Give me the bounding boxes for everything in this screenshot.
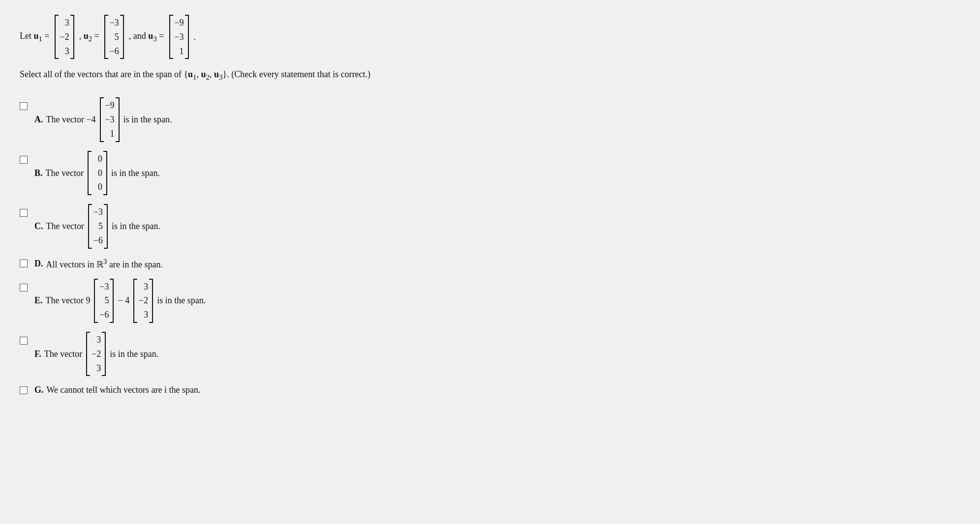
f-entry-1: 3 (91, 333, 101, 347)
u2-entry-3: −6 (109, 44, 119, 58)
option-e-content: E. The vector 9 −3 5 −6 − 4 3 −2 3 is in… (34, 279, 960, 323)
e1-entry-1: −3 (99, 280, 109, 294)
u3-matrix: −9 −3 1 (169, 15, 189, 59)
connector-u2: , u2 = (79, 31, 99, 43)
u1-matrix: 3 −2 3 (55, 15, 74, 59)
e2-entry-3: 3 (138, 308, 148, 322)
option-b-suffix: is in the span. (111, 168, 160, 178)
u3-entry-3: 1 (174, 44, 184, 58)
checkbox-c-col (20, 204, 34, 217)
option-f-row: F. The vector 3 −2 3 is in the span. (20, 332, 960, 376)
option-d-label: D. (34, 259, 43, 269)
u1-entry-1: 3 (60, 16, 69, 30)
option-e-suffix: is in the span. (157, 295, 206, 306)
option-a-row: A. The vector −4 −9 −3 1 is in the span. (20, 97, 960, 142)
option-c-prefix: The vector (46, 221, 84, 232)
u3-entry-1: −9 (174, 16, 184, 30)
u2-entry-2: 5 (109, 30, 119, 44)
a-entry-3: 1 (105, 127, 115, 141)
a-entry-1: −9 (105, 98, 115, 113)
option-c-content: C. The vector −3 5 −6 is in the span. (34, 204, 960, 248)
option-g-row: G. We cannot tell which vectors are i th… (20, 385, 960, 395)
a-entry-2: −3 (105, 113, 115, 127)
b-entry-3: 0 (92, 180, 102, 194)
option-f-vector: 3 −2 3 (86, 332, 106, 376)
option-c-vector: −3 5 −6 (88, 204, 108, 248)
option-g-content: G. We cannot tell which vectors are i th… (34, 385, 960, 395)
option-b-label: B. (34, 168, 43, 178)
u3-entry-2: −3 (174, 30, 184, 44)
option-f-suffix: is in the span. (110, 349, 158, 359)
option-b-prefix: The vector (46, 168, 84, 178)
option-a-suffix: is in the span. (123, 115, 172, 125)
u2-entry-1: −3 (109, 16, 119, 30)
option-b-content: B. The vector 0 0 0 is in the span. (34, 151, 960, 195)
option-a-content: A. The vector −4 −9 −3 1 is in the span. (34, 97, 960, 142)
option-c-label: C. (34, 221, 43, 232)
checkbox-b-col (20, 151, 34, 164)
option-g-label: G. (34, 385, 44, 395)
option-a-vector: −9 −3 1 (100, 97, 120, 142)
option-b-vector: 0 0 0 (88, 151, 107, 195)
option-f-content: F. The vector 3 −2 3 is in the span. (34, 332, 960, 376)
e2-entry-2: −2 (138, 293, 148, 308)
e1-entry-3: −6 (99, 308, 109, 322)
option-b-row: B. The vector 0 0 0 is in the span. (20, 151, 960, 195)
checkbox-b[interactable] (20, 156, 28, 164)
option-e-vector1: −3 5 −6 (94, 279, 114, 323)
checkbox-f[interactable] (20, 337, 28, 345)
option-c-suffix: is in the span. (112, 221, 160, 232)
checkbox-d[interactable] (20, 260, 28, 267)
checkbox-g[interactable] (20, 386, 28, 394)
option-e-label: E. (34, 295, 43, 306)
f-entry-2: −2 (91, 347, 101, 361)
checkbox-d-col (20, 260, 34, 267)
instruction-text: Select all of the vectors that are in th… (20, 68, 960, 83)
option-a-label: A. (34, 115, 43, 125)
checkbox-f-col (20, 332, 34, 345)
u1-entry-3: 3 (60, 44, 69, 58)
checkbox-e-col (20, 279, 34, 291)
connector-u3: , and u3 = (129, 31, 164, 43)
option-e-prefix: The vector 9 (46, 295, 91, 306)
option-g-text: We cannot tell which vectors are i the s… (47, 385, 201, 395)
checkbox-a-col (20, 97, 34, 110)
checkbox-g-col (20, 386, 34, 394)
option-a-prefix: The vector −4 (46, 115, 96, 125)
e1-entry-2: 5 (99, 293, 109, 308)
checkbox-e[interactable] (20, 284, 28, 291)
option-e-row: E. The vector 9 −3 5 −6 − 4 3 −2 3 is in… (20, 279, 960, 323)
option-e-mid: − 4 (118, 295, 129, 306)
option-c-row: C. The vector −3 5 −6 is in the span. (20, 204, 960, 248)
f-entry-3: 3 (91, 361, 101, 376)
checkbox-a[interactable] (20, 102, 28, 110)
e2-entry-1: 3 (138, 280, 148, 294)
option-e-vector2: 3 −2 3 (133, 279, 153, 323)
checkbox-c[interactable] (20, 209, 28, 217)
c-entry-1: −3 (93, 205, 103, 219)
period: . (194, 32, 196, 42)
option-f-label: F. (34, 349, 41, 359)
c-entry-3: −6 (93, 233, 103, 248)
option-f-prefix: The vector (44, 349, 82, 359)
b-entry-2: 0 (92, 166, 102, 180)
option-d-text: All vectors in ℝ3 are in the span. (46, 258, 163, 270)
option-d-content: D. All vectors in ℝ3 are in the span. (34, 258, 960, 270)
intro-section: Let u1 = 3 −2 3 , u2 = −3 5 −6 , and u3 … (20, 15, 960, 59)
u2-matrix: −3 5 −6 (104, 15, 124, 59)
option-d-row: D. All vectors in ℝ3 are in the span. (20, 258, 960, 270)
c-entry-2: 5 (93, 219, 103, 233)
u1-entry-2: −2 (60, 30, 69, 44)
b-entry-1: 0 (92, 152, 102, 166)
intro-text: Let u1 = (20, 31, 50, 43)
